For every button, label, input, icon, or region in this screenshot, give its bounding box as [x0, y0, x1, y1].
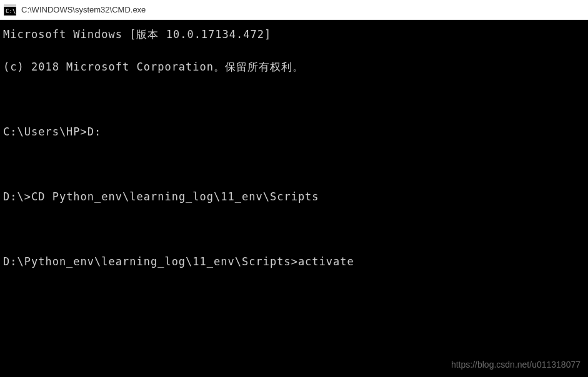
- svg-rect-1: [4, 4, 16, 7]
- terminal-line: (c) 2018 Microsoft Corporation。保留所有权利。: [3, 59, 585, 75]
- terminal-line: C:\Users\HP>D:: [3, 124, 585, 140]
- window-title: C:\WINDOWS\system32\CMD.exe: [21, 5, 146, 14]
- prompt: D:\>: [3, 190, 31, 203]
- command-input: activate: [298, 255, 354, 268]
- terminal-line: [3, 91, 585, 107]
- terminal-line: D:\Python_env\learning_log\11_env\Script…: [3, 253, 585, 270]
- command-input: D:: [87, 125, 101, 138]
- svg-text:C:\: C:\: [6, 8, 16, 14]
- terminal-line: D:\>CD Python_env\learning_log\11_env\Sc…: [3, 188, 585, 205]
- terminal-line: Microsoft Windows [版本 10.0.17134.472]: [3, 26, 585, 42]
- terminal-line: [3, 156, 585, 172]
- prompt: D:\Python_env\learning_log\11_env\Script…: [3, 255, 298, 268]
- cmd-icon: C:\: [4, 4, 16, 16]
- command-input: CD Python_env\learning_log\11_env\Script…: [31, 190, 319, 203]
- prompt: C:\Users\HP>: [3, 125, 87, 138]
- terminal-output-area[interactable]: Microsoft Windows [版本 10.0.17134.472] (c…: [0, 20, 588, 377]
- window-title-bar[interactable]: C:\ C:\WINDOWS\system32\CMD.exe: [0, 0, 588, 20]
- watermark: https://blog.csdn.net/u011318077: [451, 360, 581, 370]
- terminal-line: [3, 221, 585, 237]
